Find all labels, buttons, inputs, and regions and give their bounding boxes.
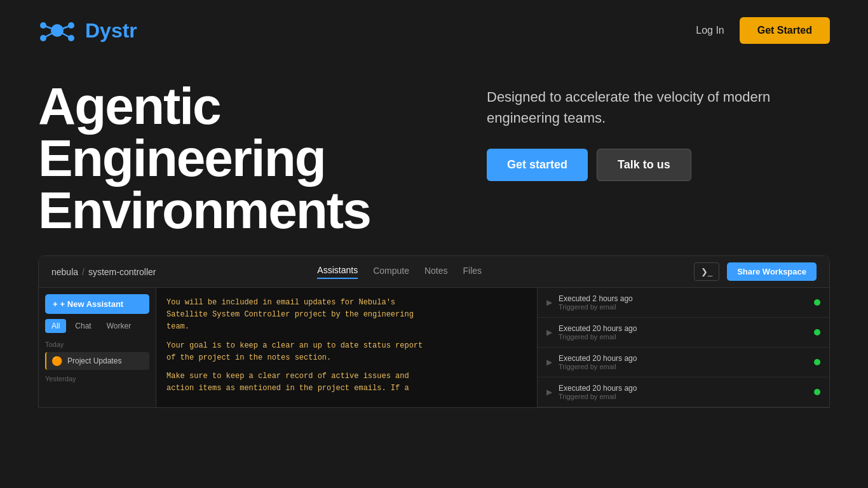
hero-subtitle: Designed to accelerate the velocity of m…: [487, 86, 830, 128]
sidebar-item-project-updates[interactable]: 🟠 Project Updates: [45, 352, 149, 370]
play-icon-1: ▶: [546, 298, 552, 307]
run-item-2[interactable]: ▶ Executed 20 hours ago Triggered by ema…: [538, 318, 829, 348]
hero-title-line2: Engineering: [38, 129, 325, 187]
filter-tabs: All Chat Worker: [45, 319, 149, 333]
sidebar-today-label: Today: [45, 341, 149, 348]
logo-text: Dystr: [85, 19, 137, 43]
run-title-1: Executed 2 hours ago: [559, 294, 808, 303]
logo: Dystr: [38, 11, 137, 50]
breadcrumb-sep: /: [82, 267, 85, 277]
filter-all-tab[interactable]: All: [45, 319, 66, 333]
logo-icon: [38, 11, 76, 50]
run-info-3: Executed 20 hours ago Triggered by email: [559, 354, 808, 370]
run-status-dot-1: [814, 299, 820, 306]
run-item-3[interactable]: ▶ Executed 20 hours ago Triggered by ema…: [538, 348, 829, 377]
run-item-1[interactable]: ▶ Executed 2 hours ago Triggered by emai…: [538, 288, 829, 318]
nav-right: Log In Get Started: [696, 17, 830, 44]
hero-talk-to-us-button[interactable]: Talk to us: [597, 149, 691, 181]
sidebar-yesterday-label: Yesterday: [45, 375, 149, 383]
chat-message-2: Your goal is to keep a clear an up to da…: [166, 340, 527, 352]
share-workspace-button[interactable]: Share Workspace: [727, 262, 817, 281]
project-updates-icon: 🟠: [51, 356, 62, 366]
app-preview: nebula / system-controller Assistants Co…: [38, 255, 830, 408]
plus-icon: +: [53, 299, 58, 309]
chat-message-block: You will be included in email updates fo…: [166, 297, 527, 395]
sidebar-item-label: Project Updates: [67, 356, 121, 365]
hero-buttons: Get started Talk to us: [487, 149, 830, 181]
chat-message-3: Make sure to keep a clear record of acti…: [166, 370, 527, 383]
chat-message-1: You will be included in email updates fo…: [166, 297, 527, 309]
filter-worker-tab[interactable]: Worker: [100, 319, 137, 333]
chat-message-1b: Satellite System Controller project by t…: [166, 309, 527, 321]
hero-title-line1: Agentic: [38, 77, 220, 135]
terminal-icon: ❯_: [701, 267, 712, 276]
new-assistant-button[interactable]: + + New Assistant: [45, 294, 149, 314]
app-chat-area: You will be included in email updates fo…: [156, 288, 537, 407]
run-title-2: Executed 20 hours ago: [559, 324, 808, 333]
login-button[interactable]: Log In: [696, 25, 724, 36]
navbar: Dystr Log In Get Started: [0, 0, 868, 61]
nav-get-started-button[interactable]: Get Started: [740, 17, 830, 44]
run-title-4: Executed 20 hours ago: [559, 384, 808, 393]
chat-message-3b: action items as mentioned in the project…: [166, 383, 527, 395]
run-info-2: Executed 20 hours ago Triggered by email: [559, 324, 808, 341]
play-icon-2: ▶: [546, 328, 552, 337]
play-icon-4: ▶: [546, 388, 552, 396]
app-tabs: Assistants Compute Notes Files: [105, 265, 694, 279]
run-status-dot-4: [814, 389, 820, 395]
hero-get-started-button[interactable]: Get started: [487, 149, 588, 181]
tab-assistants[interactable]: Assistants: [317, 265, 358, 279]
app-topbar: nebula / system-controller Assistants Co…: [39, 256, 829, 288]
hero-title-line3: Environments: [38, 181, 370, 239]
hero-title-block: Agentic Engineering Environments: [38, 80, 370, 236]
hero-section: Agentic Engineering Environments Designe…: [0, 61, 868, 249]
tab-compute[interactable]: Compute: [373, 266, 409, 278]
run-info-4: Executed 20 hours ago Triggered by email: [559, 384, 808, 400]
tab-notes[interactable]: Notes: [424, 266, 448, 278]
app-topbar-right: ❯_ Share Workspace: [694, 262, 817, 281]
tab-files[interactable]: Files: [463, 266, 482, 278]
hero-right-block: Designed to accelerate the velocity of m…: [487, 80, 830, 181]
breadcrumb-workspace: nebula: [51, 267, 78, 277]
terminal-button[interactable]: ❯_: [694, 262, 719, 281]
run-subtitle-1: Triggered by email: [559, 303, 808, 311]
run-info-1: Executed 2 hours ago Triggered by email: [559, 294, 808, 311]
play-icon-3: ▶: [546, 358, 552, 367]
chat-message-2b: of the project in the notes section.: [166, 352, 527, 364]
new-assistant-label: + New Assistant: [60, 299, 124, 309]
hero-title: Agentic Engineering Environments: [38, 80, 370, 236]
app-sidebar: + + New Assistant All Chat Worker Today …: [39, 288, 156, 407]
run-subtitle-3: Triggered by email: [559, 363, 808, 370]
filter-chat-tab[interactable]: Chat: [69, 319, 97, 333]
chat-message-1c: team.: [166, 321, 527, 333]
run-item-4[interactable]: ▶ Executed 20 hours ago Triggered by ema…: [538, 377, 829, 407]
run-title-3: Executed 20 hours ago: [559, 354, 808, 363]
run-subtitle-2: Triggered by email: [559, 333, 808, 341]
run-status-dot-2: [814, 329, 820, 336]
run-subtitle-4: Triggered by email: [559, 393, 808, 400]
app-body: + + New Assistant All Chat Worker Today …: [39, 288, 829, 407]
run-status-dot-3: [814, 359, 820, 365]
app-right-panel: ▶ Executed 2 hours ago Triggered by emai…: [537, 288, 829, 407]
